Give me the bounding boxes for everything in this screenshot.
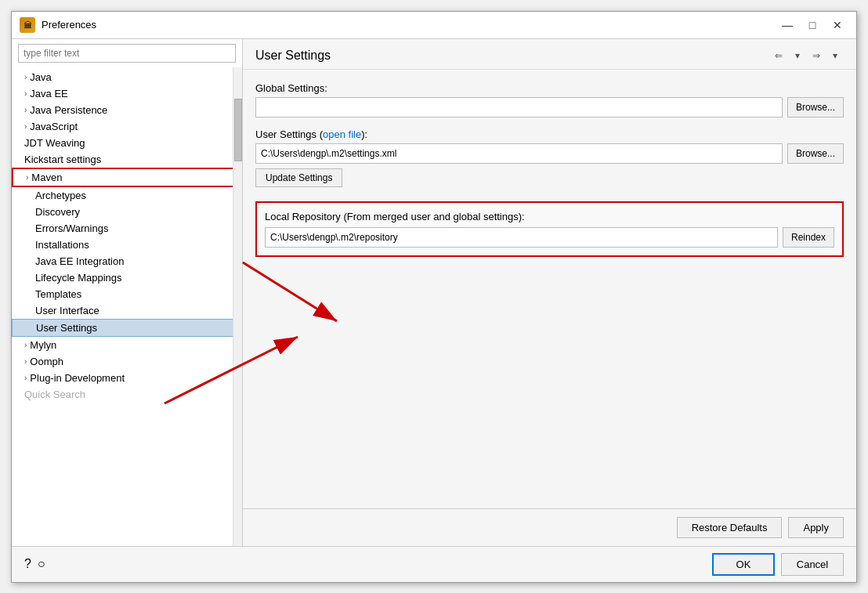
info-icon[interactable]: ○ — [38, 557, 45, 571]
expand-arrow-icon: › — [24, 106, 27, 114]
sidebar-item-label: Oomph — [30, 356, 63, 367]
sidebar-list: › Java › Java EE › Java Persistence › — [12, 67, 242, 404]
global-settings-input[interactable] — [255, 97, 783, 118]
global-settings-input-row: Browse... — [255, 97, 844, 118]
back-dropdown-button[interactable]: ▾ — [789, 47, 806, 64]
user-settings-input[interactable] — [255, 143, 783, 164]
sidebar-item-java[interactable]: › Java — [12, 69, 242, 85]
sidebar-item-javascript[interactable]: › JavaScript — [12, 118, 242, 135]
global-settings-browse-button[interactable]: Browse... — [787, 97, 844, 118]
sidebar-item-label: Archetypes — [35, 190, 86, 201]
sidebar-item-java-ee[interactable]: › Java EE — [12, 85, 242, 102]
restore-defaults-button[interactable]: Restore Defaults — [677, 517, 783, 538]
sidebar-item-label: Plug-in Development — [30, 372, 125, 384]
sidebar-item-archetypes[interactable]: Archetypes — [12, 187, 242, 204]
footer-right: Restore Defaults Apply — [677, 517, 844, 538]
user-settings-label: User Settings (open file): — [255, 128, 844, 140]
window-controls: — □ ✕ — [776, 16, 848, 34]
maximize-button[interactable]: □ — [801, 16, 823, 34]
cancel-button[interactable]: Cancel — [781, 553, 844, 576]
local-repo-input-row: Reindex — [265, 227, 834, 248]
update-settings-button[interactable]: Update Settings — [255, 168, 342, 187]
back-button[interactable]: ⇐ — [770, 47, 787, 64]
sidebar-item-discovery[interactable]: Discovery — [12, 204, 242, 220]
forward-dropdown-button[interactable]: ▾ — [826, 47, 844, 64]
title-bar: 🏛 Preferences — □ ✕ — [12, 12, 856, 39]
scrollbar-thumb[interactable] — [234, 99, 242, 161]
sidebar-item-label: Kickstart settings — [24, 154, 101, 165]
reindex-button[interactable]: Reindex — [783, 227, 834, 248]
user-settings-label-suffix: ): — [361, 128, 367, 140]
expand-arrow-icon: › — [24, 374, 27, 382]
sidebar-item-label: Templates — [35, 288, 81, 300]
preferences-window: 🏛 Preferences — □ ✕ › Java — [11, 11, 857, 583]
sidebar-item-label: Java EE Integration — [35, 255, 124, 267]
sidebar-item-java-persistence[interactable]: › Java Persistence — [12, 102, 242, 118]
open-file-link[interactable]: open file — [323, 128, 361, 140]
minimize-button[interactable]: — — [776, 16, 798, 34]
sidebar-item-label: Java Persistence — [30, 104, 107, 116]
sidebar-item-user-settings[interactable]: User Settings — [12, 319, 242, 337]
panel-body: Global Settings: Browse... User Settings… — [243, 70, 856, 508]
sidebar-item-label: User Settings — [36, 322, 97, 334]
app-icon: 🏛 — [20, 17, 35, 33]
global-settings-label: Global Settings: — [255, 82, 844, 94]
sidebar-item-jdt-weaving[interactable]: JDT Weaving — [12, 135, 242, 151]
sidebar-list-scroll: › Java › Java EE › Java Persistence › — [12, 67, 242, 404]
bottom-left-icons: ? ○ — [24, 557, 45, 571]
user-settings-browse-button[interactable]: Browse... — [787, 143, 844, 164]
close-button[interactable]: ✕ — [826, 16, 848, 34]
sidebar-item-oomph[interactable]: › Oomph — [12, 353, 242, 370]
sidebar-item-label: Java — [30, 71, 51, 83]
forward-button[interactable]: ⇒ — [808, 47, 825, 64]
scrollbar-track[interactable] — [233, 67, 242, 546]
sidebar-item-maven[interactable]: › Maven — [12, 168, 242, 187]
global-settings-section: Global Settings: Browse... — [255, 82, 844, 118]
sidebar-item-label: Installations — [35, 239, 89, 251]
expand-arrow-icon: › — [24, 341, 27, 349]
help-icon[interactable]: ? — [24, 557, 31, 571]
sidebar-item-label: Mylyn — [30, 339, 56, 351]
expand-arrow-icon: › — [24, 357, 27, 366]
local-repo-input[interactable] — [265, 227, 778, 248]
panel-toolbar: ⇐ ▾ ⇒ ▾ — [770, 47, 844, 64]
ok-button[interactable]: OK — [712, 553, 775, 576]
apply-button[interactable]: Apply — [788, 517, 844, 538]
sidebar-item-label: JavaScript — [30, 121, 78, 132]
sidebar-item-lifecycle-mappings[interactable]: Lifecycle Mappings — [12, 269, 242, 286]
sidebar-item-kickstart[interactable]: Kickstart settings — [12, 151, 242, 168]
sidebar-item-label: Maven — [31, 172, 62, 183]
sidebar-item-label: User Interface — [35, 305, 99, 316]
user-settings-input-row: Browse... — [255, 143, 844, 164]
title-bar-left: 🏛 Preferences — [20, 17, 96, 33]
filter-input[interactable] — [18, 44, 236, 63]
bottom-buttons: OK Cancel — [712, 553, 844, 576]
sidebar-item-templates[interactable]: Templates — [12, 286, 242, 302]
sidebar-item-installations[interactable]: Installations — [12, 237, 242, 253]
sidebar-item-mylyn[interactable]: › Mylyn — [12, 337, 242, 353]
window-title: Preferences — [42, 19, 96, 31]
bottom-bar-inner: ? ○ OK Cancel — [24, 553, 844, 576]
expand-arrow-icon: › — [26, 173, 28, 182]
sidebar-item-plugin-dev[interactable]: › Plug-in Development — [12, 370, 242, 386]
expand-arrow-icon: › — [24, 122, 27, 131]
bottom-bar: ? ○ OK Cancel — [12, 546, 856, 582]
panel-footer: Restore Defaults Apply — [243, 508, 856, 546]
sidebar-item-errors-warnings[interactable]: Errors/Warnings — [12, 220, 242, 237]
sidebar-item-user-interface[interactable]: User Interface — [12, 302, 242, 319]
sidebar-item-java-ee-integration[interactable]: Java EE Integration — [12, 253, 242, 269]
main-content: › Java › Java EE › Java Persistence › — [12, 39, 856, 546]
panel-title: User Settings — [255, 49, 331, 63]
sidebar-item-quick-search[interactable]: Quick Search — [12, 386, 242, 403]
sidebar: › Java › Java EE › Java Persistence › — [12, 39, 243, 546]
sidebar-item-label: Errors/Warnings — [35, 222, 108, 234]
user-settings-section: User Settings (open file): Browse... Upd… — [255, 128, 844, 187]
user-settings-label-prefix: User Settings ( — [255, 128, 323, 140]
sidebar-scroll-area: › Java › Java EE › Java Persistence › — [12, 67, 242, 546]
expand-arrow-icon: › — [24, 73, 27, 81]
local-repo-section: Local Repository (From merged user and g… — [255, 201, 844, 257]
panel-header: User Settings ⇐ ▾ ⇒ ▾ — [243, 39, 856, 70]
sidebar-item-label: Java EE — [30, 88, 67, 99]
right-panel: User Settings ⇐ ▾ ⇒ ▾ Global Settings: B… — [243, 39, 856, 546]
expand-arrow-icon: › — [24, 89, 27, 98]
